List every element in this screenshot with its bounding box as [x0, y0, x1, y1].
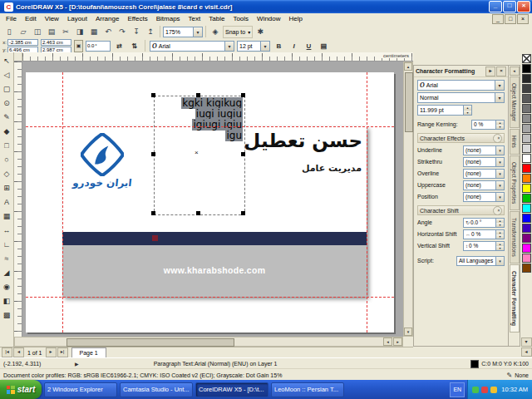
card-gray-band[interactable]: www.kharabshode.com: [62, 245, 367, 297]
menu-item[interactable]: Table: [204, 13, 229, 24]
chevron-down-icon[interactable]: ▾: [224, 42, 234, 51]
dimension-tool[interactable]: ↔: [1, 223, 13, 237]
fill-color-swatch[interactable]: [470, 360, 479, 368]
color-swatch[interactable]: [522, 214, 531, 223]
connector-tool[interactable]: ∟: [1, 237, 13, 251]
company-logo[interactable]: ايران خودرو: [69, 133, 135, 189]
effect-dropdown[interactable]: (none) ▾: [463, 169, 505, 179]
chevron-down-icon[interactable]: ▾: [495, 193, 504, 201]
scroll-left-icon[interactable]: ◂: [383, 337, 392, 346]
effect-dropdown[interactable]: (none) ▾: [463, 145, 505, 155]
x-position-field[interactable]: -2.385 cm: [7, 39, 38, 46]
effect-dropdown[interactable]: (none) ▾: [463, 192, 505, 202]
next-page-icon[interactable]: ▸: [46, 347, 57, 357]
zoom-tool[interactable]: ⊙: [1, 96, 13, 110]
previous-page-icon[interactable]: ◂: [13, 347, 24, 357]
ellipse-tool[interactable]: ○: [1, 152, 13, 166]
blend-tool[interactable]: ≈: [1, 251, 13, 265]
rectangle-tool[interactable]: □: [1, 138, 13, 152]
color-swatch[interactable]: [522, 224, 531, 233]
color-swatch[interactable]: [522, 124, 531, 133]
interactive-fill-tool[interactable]: ▩: [1, 308, 13, 322]
selected-text-line[interactable]: kgki kigikug: [181, 97, 243, 109]
selection-center-marker[interactable]: ×: [195, 149, 199, 156]
redo-icon[interactable]: ↷: [116, 26, 129, 38]
color-swatch[interactable]: [522, 184, 531, 193]
selection-handle[interactable]: [241, 152, 245, 156]
chevron-down-icon[interactable]: ▾: [495, 170, 504, 178]
chevron-down-icon[interactable]: ▾: [193, 27, 202, 37]
outline-pen-tool[interactable]: ◉: [1, 279, 13, 293]
guideline[interactable]: [26, 126, 394, 127]
rotation-angle-field[interactable]: 0.0 °: [86, 41, 111, 52]
selection-handle[interactable]: [241, 211, 245, 215]
range-kerning-spinner[interactable]: 0 % ▴▾: [471, 120, 505, 130]
color-swatch[interactable]: [522, 114, 531, 123]
close-button[interactable]: ×: [517, 1, 530, 12]
vertical-ruler[interactable]: [14, 62, 22, 337]
menu-item[interactable]: File: [2, 13, 21, 24]
color-swatch[interactable]: [522, 144, 531, 153]
menu-item[interactable]: Bitmaps: [152, 13, 185, 24]
collapse-chevron-icon[interactable]: »: [493, 206, 502, 215]
menu-item[interactable]: Text: [185, 13, 205, 24]
scroll-right-icon[interactable]: ▸: [393, 337, 402, 346]
options-icon[interactable]: ✱: [254, 26, 267, 38]
horizontal-scroll-thumb[interactable]: [66, 338, 234, 347]
tray-recorder-icon[interactable]: [481, 387, 488, 393]
ruler-origin[interactable]: [14, 52, 22, 62]
lock-ratio-icon[interactable]: ▣: [74, 40, 83, 52]
vertical-scroll-thumb[interactable]: [405, 72, 413, 132]
tab-hints[interactable]: Hints: [510, 129, 520, 155]
menu-item[interactable]: Arrange: [91, 13, 123, 24]
color-swatch[interactable]: [522, 134, 531, 143]
color-swatch[interactable]: [522, 254, 531, 263]
shift-spinner[interactable]: ↕ 0 % ▴▾: [463, 241, 505, 251]
spinner-arrows[interactable]: ▴▾: [495, 219, 504, 227]
chevron-down-icon[interactable]: ▾: [495, 146, 504, 155]
cut-icon[interactable]: ✂: [59, 26, 72, 38]
spinner-arrows[interactable]: ▴▾: [495, 230, 504, 239]
docker-collapse-icon[interactable]: ◂: [510, 66, 520, 76]
paste-icon[interactable]: ▦: [87, 26, 101, 38]
guideline[interactable]: [367, 72, 367, 332]
text-alignment-icon[interactable]: ▤: [318, 40, 330, 52]
last-page-icon[interactable]: ▸|: [57, 347, 68, 357]
text-tool[interactable]: A: [1, 195, 13, 209]
mirror-vertical-icon[interactable]: ⇅: [128, 40, 140, 52]
horizontal-ruler[interactable]: centimeters: [22, 52, 413, 62]
guideline[interactable]: [26, 297, 394, 298]
menu-item[interactable]: Window: [253, 13, 284, 24]
basic-shapes-tool[interactable]: ⊞: [1, 180, 13, 195]
first-page-icon[interactable]: |◂: [2, 347, 12, 357]
chevron-down-icon[interactable]: ▾: [260, 42, 269, 51]
freehand-tool[interactable]: ✎: [1, 110, 13, 124]
smart-fill-tool[interactable]: ◆: [1, 124, 13, 138]
italic-button[interactable]: I: [288, 40, 300, 52]
shape-tool[interactable]: ◁: [1, 67, 13, 81]
taskbar-button-leomoon[interactable]: LeoMoon :: Persian T...: [271, 382, 344, 397]
tab-object-properties[interactable]: Object Properties: [510, 155, 520, 210]
object-width-field[interactable]: 2.463 cm: [41, 39, 71, 46]
menu-item[interactable]: Effects: [123, 13, 151, 24]
card-website-text[interactable]: www.kharabshode.com: [62, 265, 367, 275]
tab-transformations[interactable]: Transformations: [510, 211, 520, 264]
spinner-arrows[interactable]: ▴▾: [495, 121, 504, 129]
shift-spinner[interactable]: ↔ 0 % ▴▾: [463, 229, 505, 239]
selected-text-line[interactable]: iugi iugiu: [195, 108, 243, 120]
snap-to-dropdown[interactable]: Snap to ▾: [223, 26, 253, 38]
color-swatch[interactable]: [522, 94, 531, 103]
selected-text-line[interactable]: igiugi igiu: [192, 119, 243, 131]
color-swatch[interactable]: [522, 204, 531, 213]
script-dropdown[interactable]: All Languages ▾: [456, 256, 505, 266]
tab-character-formatting[interactable]: Character Formatting: [510, 264, 520, 332]
doc-close-button[interactable]: ×: [517, 14, 529, 24]
chevron-down-icon[interactable]: ▾: [495, 93, 504, 102]
copy-icon[interactable]: ◨: [73, 26, 86, 38]
card-navy-stripe[interactable]: [62, 232, 367, 245]
selection-handle[interactable]: [151, 93, 155, 97]
card-person-title[interactable]: مدیریت عامل: [302, 163, 362, 174]
color-swatch[interactable]: [522, 54, 531, 63]
docker-flyout-icon[interactable]: ▸: [485, 66, 495, 76]
bold-button[interactable]: B: [273, 40, 285, 52]
